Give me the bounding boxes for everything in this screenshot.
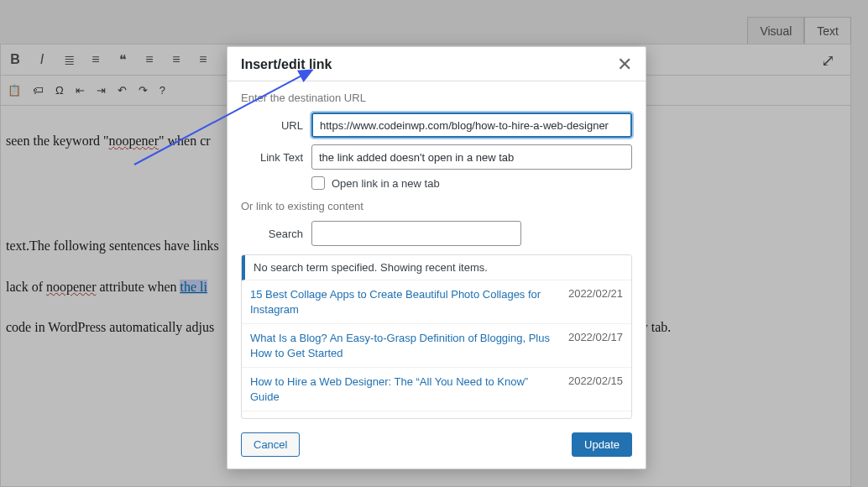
align-center-icon[interactable]: ≡: [169, 52, 184, 67]
row-url: URL: [241, 113, 632, 138]
align-left-icon[interactable]: ≡: [142, 52, 157, 67]
bold-icon[interactable]: B: [8, 52, 23, 67]
indent-icon[interactable]: ⇥: [97, 84, 106, 97]
italic-icon[interactable]: I: [34, 52, 50, 67]
row-search: Search: [241, 221, 632, 246]
result-item[interactable]: Wix Review: Is Wix the Right Website Bui…: [242, 411, 631, 419]
help-icon[interactable]: ?: [159, 84, 165, 97]
linktext-label: Link Text: [241, 151, 311, 164]
bullet-list-icon[interactable]: ≣: [61, 52, 76, 67]
align-right-icon[interactable]: ≡: [196, 52, 211, 67]
linktext-input[interactable]: [311, 144, 632, 170]
result-date: 2022/02/17: [568, 331, 623, 360]
tab-visual[interactable]: Visual: [747, 17, 804, 45]
search-input[interactable]: [311, 221, 521, 246]
url-label: URL: [241, 119, 311, 132]
result-date: 2022/02/21: [568, 287, 623, 317]
modal-footer: Cancel Update: [227, 422, 646, 469]
newtab-label: Open link in a new tab: [332, 177, 440, 190]
hint-or-link: Or link to existing content: [241, 200, 632, 212]
editor-text: seen the keyword ": [6, 134, 109, 148]
editor-text: attribute when: [97, 280, 180, 294]
modal-title: Insert/edit link: [241, 57, 332, 72]
modal-body: Enter the destination URL URL Link Text …: [227, 81, 646, 422]
tab-text[interactable]: Text: [804, 17, 851, 45]
modal-header: Insert/edit link ✕: [227, 47, 646, 81]
newtab-checkbox[interactable]: [311, 176, 325, 190]
update-button[interactable]: Update: [572, 432, 632, 457]
insert-link-modal: Insert/edit link ✕ Enter the destination…: [227, 46, 646, 469]
result-title: Wix Review: Is Wix the Right Website Bui…: [250, 418, 558, 419]
redo-icon[interactable]: ↷: [139, 84, 148, 97]
row-newtab: Open link in a new tab: [311, 176, 632, 190]
results-list: No search term specified. Showing recent…: [241, 254, 632, 419]
result-date: 2022/02/11: [568, 418, 623, 419]
editor-wavy-word: noopener: [109, 134, 159, 148]
url-input[interactable]: [311, 113, 632, 138]
hint-enter-url: Enter the destination URL: [241, 92, 632, 104]
close-icon[interactable]: ✕: [617, 55, 632, 74]
editor-selected-link[interactable]: the li: [180, 280, 207, 294]
omega-icon[interactable]: Ω: [55, 84, 64, 97]
editor-wavy-word: noopener: [46, 280, 97, 294]
editor-text: code in WordPress automatically adjus: [6, 320, 214, 334]
editor-text: lack of: [6, 280, 46, 294]
result-item[interactable]: 15 Best Collage Apps to Create Beautiful…: [242, 280, 631, 324]
result-item[interactable]: How to Hire a Web Designer: The “All You…: [242, 368, 631, 411]
search-label: Search: [249, 228, 311, 240]
editor-text: text.The following sentences have links: [6, 238, 219, 253]
result-date: 2022/02/15: [568, 374, 623, 404]
fullscreen-icon[interactable]: ⤢: [821, 50, 841, 71]
tag-icon[interactable]: 🏷: [33, 84, 44, 97]
quote-icon[interactable]: ❝: [115, 52, 130, 67]
result-title: What Is a Blog? An Easy-to-Grasp Definit…: [250, 331, 558, 360]
row-linktext: Link Text: [241, 144, 632, 170]
editor-tabs: Visual Text: [747, 17, 851, 45]
cancel-button[interactable]: Cancel: [241, 432, 300, 457]
paste-icon[interactable]: 📋: [8, 84, 21, 97]
result-item[interactable]: What Is a Blog? An Easy-to-Grasp Definit…: [242, 324, 631, 368]
result-title: 15 Best Collage Apps to Create Beautiful…: [250, 287, 558, 317]
result-title: How to Hire a Web Designer: The “All You…: [250, 374, 558, 404]
undo-icon[interactable]: ↶: [118, 84, 127, 97]
results-header: No search term specified. Showing recent…: [242, 255, 631, 280]
numbered-list-icon[interactable]: ≡: [88, 52, 103, 67]
outdent-icon[interactable]: ⇤: [76, 84, 85, 97]
